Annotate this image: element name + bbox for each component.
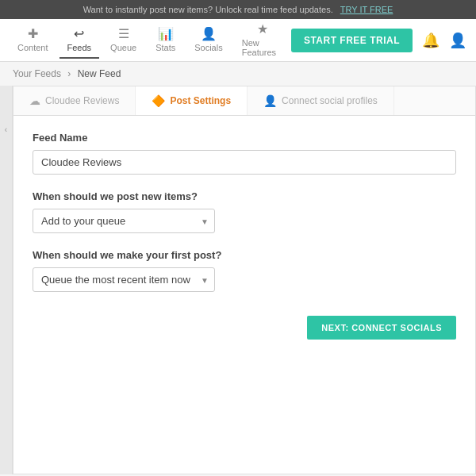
first-post-select[interactable]: Queue the most recent item now Start fre…: [33, 267, 215, 292]
feed-name-label: Feed Name: [33, 132, 456, 144]
nav-item-content[interactable]: ✚ Content: [10, 21, 56, 59]
try-it-free-link[interactable]: TRY IT FREE: [340, 5, 393, 14]
main-nav: ✚ Content ↩ Feeds ☰ Queue 📊 Stats 👤 Soci…: [0, 19, 476, 62]
tab-cloudee-reviews[interactable]: ☁ Cloudee Reviews: [13, 86, 136, 115]
breadcrumb-separator: ›: [67, 68, 71, 79]
nav-label-feeds: Feeds: [67, 43, 92, 52]
cloudee-icon: ☁: [29, 94, 40, 107]
start-trial-button[interactable]: START FREE TRIAL: [291, 29, 413, 52]
stats-icon: 📊: [158, 26, 174, 41]
tab-connect-socials[interactable]: 👤 Connect social profiles: [248, 86, 394, 115]
content-icon: ✚: [28, 26, 38, 41]
main-content: ☁ Cloudee Reviews 🔶 Post Settings 👤 Conn…: [13, 86, 476, 474]
announcement-text: Want to instantly post new items? Unlock…: [83, 5, 333, 14]
feeds-icon: ↩: [74, 26, 84, 41]
post-settings-icon: 🔶: [152, 94, 165, 107]
layout: ‹ ☁ Cloudee Reviews 🔶 Post Settings 👤 Co…: [0, 86, 476, 474]
post-timing-wrapper: Add to your queue Post immediately Sched…: [33, 209, 215, 233]
nav-label-new-features: New Features: [242, 38, 283, 57]
next-btn-row: NEXT: CONNECT SOCIALS: [33, 316, 456, 340]
breadcrumb: Your Feeds › New Feed: [0, 62, 476, 86]
bell-icon[interactable]: 🔔: [422, 32, 440, 49]
nav-item-socials[interactable]: 👤 Socials: [186, 21, 230, 59]
nav-label-stats: Stats: [155, 43, 175, 52]
breadcrumb-current: New Feed: [78, 68, 121, 79]
socials-icon: 👤: [201, 26, 217, 41]
post-timing-label: When should we post new items?: [33, 190, 456, 202]
first-post-section: When should we make your first post? Que…: [33, 249, 456, 292]
breadcrumb-parent[interactable]: Your Feeds: [13, 68, 61, 79]
queue-icon: ☰: [118, 26, 129, 41]
nav-label-socials: Socials: [194, 43, 222, 52]
nav-label-queue: Queue: [110, 43, 136, 52]
nav-item-new-features[interactable]: ★ New Features: [234, 17, 291, 63]
first-post-wrapper: Queue the most recent item now Start fre…: [33, 267, 215, 292]
nav-right: 🔔 👤: [422, 32, 466, 49]
tab-connect-socials-label: Connect social profiles: [282, 95, 378, 106]
sidebar-toggle[interactable]: ‹: [0, 86, 13, 474]
feed-name-input[interactable]: [33, 150, 456, 175]
tab-post-settings-label: Post Settings: [170, 95, 231, 106]
tab-post-settings[interactable]: 🔶 Post Settings: [136, 86, 248, 115]
new-features-icon: ★: [257, 21, 268, 36]
nav-item-queue[interactable]: ☰ Queue: [102, 21, 144, 59]
form-area: Feed Name When should we post new items?…: [13, 116, 475, 355]
first-post-label: When should we make your first post?: [33, 249, 456, 261]
user-avatar-icon[interactable]: 👤: [449, 32, 466, 49]
nav-items: ✚ Content ↩ Feeds ☰ Queue 📊 Stats 👤 Soci…: [10, 17, 291, 63]
nav-item-stats[interactable]: 📊 Stats: [148, 21, 183, 59]
next-connect-socials-button[interactable]: NEXT: CONNECT SOCIALS: [307, 316, 456, 340]
post-timing-select[interactable]: Add to your queue Post immediately Sched…: [33, 209, 215, 233]
connect-socials-icon: 👤: [263, 94, 277, 107]
step-tabs: ☁ Cloudee Reviews 🔶 Post Settings 👤 Conn…: [13, 86, 475, 116]
tab-cloudee-reviews-label: Cloudee Reviews: [45, 95, 119, 106]
nav-label-content: Content: [17, 43, 48, 52]
nav-item-feeds[interactable]: ↩ Feeds: [60, 21, 100, 59]
post-timing-section: When should we post new items? Add to yo…: [33, 190, 456, 233]
feed-name-section: Feed Name: [33, 132, 456, 175]
